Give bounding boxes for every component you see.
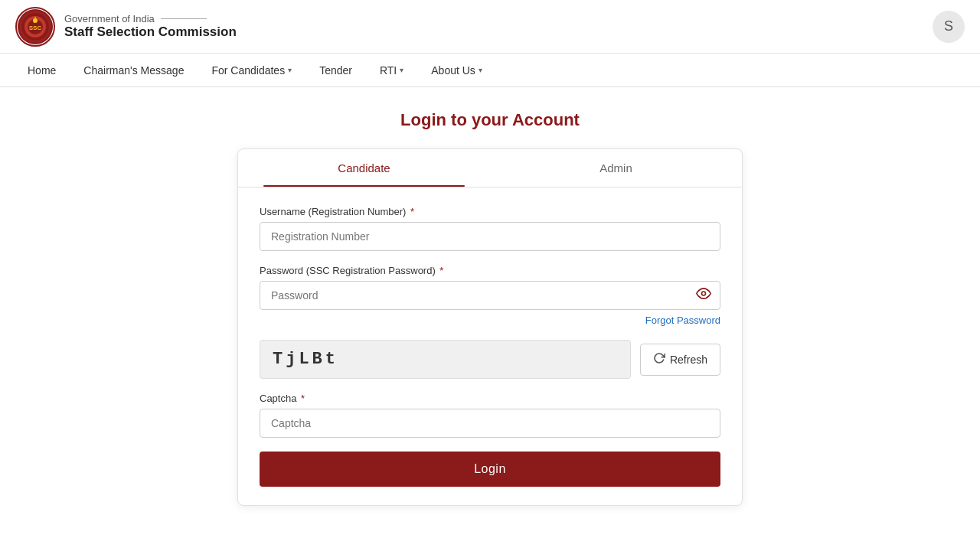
- password-wrapper: [260, 281, 720, 310]
- tab-candidate[interactable]: Candidate: [238, 149, 490, 187]
- svg-point-6: [702, 292, 706, 295]
- password-required: *: [437, 265, 444, 276]
- captcha-required: *: [298, 393, 305, 404]
- refresh-icon: [653, 352, 665, 367]
- about-us-arrow: ▾: [479, 66, 482, 74]
- login-form: Username (Registration Number) * Passwor…: [238, 206, 742, 487]
- username-label: Username (Registration Number) *: [260, 206, 720, 217]
- navbar: Home Chairman's Message For Candidates ▾…: [0, 54, 980, 87]
- logo-inner: SSC: [18, 9, 53, 44]
- login-button[interactable]: Login: [260, 452, 720, 487]
- nav-rti[interactable]: RTI ▾: [368, 57, 416, 84]
- logo: SSC: [15, 7, 55, 47]
- password-input[interactable]: [260, 281, 720, 310]
- user-initial: S: [944, 18, 953, 34]
- main-content: Login to your Account Candidate Admin Us…: [0, 87, 980, 529]
- login-card: Candidate Admin Username (Registration N…: [237, 148, 743, 506]
- user-avatar[interactable]: S: [933, 11, 965, 43]
- header: SSC Government of India Staff Selection …: [0, 0, 980, 54]
- svg-text:SSC: SSC: [29, 24, 42, 31]
- nav-chairmans-message[interactable]: Chairman's Message: [71, 57, 196, 84]
- refresh-label: Refresh: [670, 354, 707, 366]
- rti-arrow: ▾: [400, 66, 403, 74]
- header-left: SSC Government of India Staff Selection …: [15, 7, 237, 47]
- username-required: *: [407, 206, 414, 217]
- refresh-button[interactable]: Refresh: [640, 344, 720, 376]
- captcha-label: Captcha *: [260, 393, 720, 404]
- nav-home[interactable]: Home: [15, 57, 68, 84]
- password-label: Password (SSC Registration Password) *: [260, 265, 720, 276]
- page-title: Login to your Account: [400, 110, 580, 130]
- captcha-row: TjLBt Refresh: [260, 340, 720, 379]
- captcha-input-group: Captcha *: [260, 393, 720, 438]
- tab-admin[interactable]: Admin: [490, 149, 742, 187]
- header-text: Government of India Staff Selection Comm…: [64, 13, 237, 40]
- nav-about-us[interactable]: About Us ▾: [419, 57, 495, 84]
- username-input[interactable]: [260, 222, 720, 251]
- toggle-password-icon[interactable]: [696, 286, 711, 305]
- org-title: Staff Selection Commission: [64, 24, 237, 40]
- nav-tender[interactable]: Tender: [307, 57, 364, 84]
- username-group: Username (Registration Number) *: [260, 206, 720, 251]
- login-tabs: Candidate Admin: [238, 149, 742, 187]
- captcha-image: TjLBt: [260, 340, 631, 379]
- for-candidates-arrow: ▾: [288, 66, 292, 74]
- password-group: Password (SSC Registration Password) * F…: [260, 265, 720, 326]
- captcha-input[interactable]: [260, 409, 720, 438]
- nav-for-candidates[interactable]: For Candidates ▾: [199, 57, 304, 84]
- forgot-password-link[interactable]: Forgot Password: [260, 315, 720, 326]
- gov-label: Government of India: [64, 13, 237, 24]
